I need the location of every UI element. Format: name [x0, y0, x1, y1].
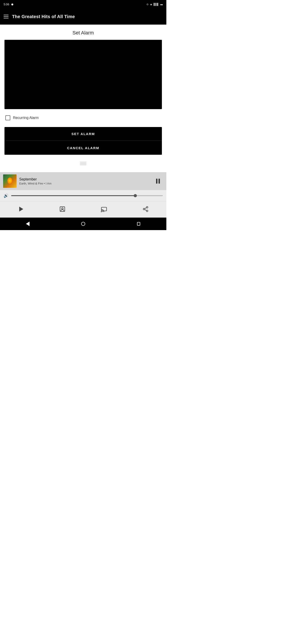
- recent-icon: [137, 222, 140, 226]
- now-playing-bar: September Earth, Wind & Fire • I Am: [0, 172, 166, 190]
- share-button[interactable]: [140, 204, 152, 214]
- svg-point-5: [143, 208, 145, 210]
- volume-icon: 🔊: [4, 193, 8, 198]
- svg-point-4: [146, 206, 148, 208]
- alarm-buttons: SET ALARM CANCEL ALARM: [4, 127, 162, 155]
- svg-point-3: [101, 212, 102, 212]
- back-button[interactable]: [21, 219, 34, 228]
- drag-handle: [4, 159, 162, 167]
- track-artist-album: Earth, Wind & Fire • I Am: [19, 182, 150, 185]
- track-info: September Earth, Wind & Fire • I Am: [19, 177, 150, 185]
- volume-slider[interactable]: [11, 195, 163, 196]
- back-icon: [26, 222, 30, 226]
- volume-fill: [11, 195, 136, 196]
- album-art-image: [3, 174, 16, 188]
- page-title: Set Alarm: [4, 30, 162, 36]
- status-bar-left: 5:06 ⏺: [4, 3, 14, 6]
- battery-icon: ▬: [160, 3, 163, 6]
- bottom-controls: [0, 201, 166, 218]
- home-button[interactable]: [76, 219, 90, 228]
- album-art: [3, 174, 16, 188]
- play-button[interactable]: [15, 204, 26, 214]
- recurring-checkbox[interactable]: [5, 116, 10, 120]
- cast-icon: [101, 206, 107, 212]
- menu-button[interactable]: [4, 15, 8, 18]
- record-icon: ⏺: [11, 3, 14, 6]
- svg-line-8: [145, 208, 146, 209]
- set-alarm-button[interactable]: SET ALARM: [4, 127, 162, 141]
- recurring-alarm-row[interactable]: Recurring Alarm: [4, 116, 162, 120]
- pause-button[interactable]: [152, 176, 163, 186]
- play-icon: [19, 206, 23, 212]
- app-bar: The Greatest Hits of All Time: [0, 8, 166, 24]
- wifi-icon: ▲: [150, 3, 152, 6]
- cancel-alarm-button[interactable]: CANCEL ALARM: [4, 141, 162, 155]
- time-display: 5:06: [4, 3, 9, 6]
- svg-line-7: [145, 210, 146, 211]
- svg-point-1: [62, 208, 63, 209]
- share-icon: [142, 206, 149, 212]
- home-icon: [81, 222, 85, 226]
- signal-icon: ▌▌▌: [154, 3, 159, 6]
- recurring-label: Recurring Alarm: [13, 116, 39, 120]
- contacts-icon: [59, 206, 66, 212]
- contacts-button[interactable]: [56, 204, 68, 214]
- system-nav: [0, 218, 166, 230]
- cast-button[interactable]: [98, 204, 110, 214]
- location-icon: ⊙: [146, 3, 148, 6]
- svg-point-6: [146, 210, 148, 212]
- main-content: Set Alarm Recurring Alarm SET ALARM CANC…: [0, 24, 166, 172]
- time-picker-area[interactable]: [4, 40, 162, 109]
- drag-lines: [80, 162, 86, 165]
- volume-row: 🔊: [0, 190, 166, 201]
- pause-icon: [155, 178, 161, 184]
- volume-thumb: [134, 194, 137, 197]
- track-name: September: [19, 177, 150, 181]
- recent-apps-button[interactable]: [132, 219, 145, 228]
- status-bar-right: ⊙ ▲ ▌▌▌ ▬: [146, 3, 163, 6]
- status-bar: 5:06 ⏺ ⊙ ▲ ▌▌▌ ▬: [0, 0, 166, 8]
- app-bar-title: The Greatest Hits of All Time: [12, 14, 75, 19]
